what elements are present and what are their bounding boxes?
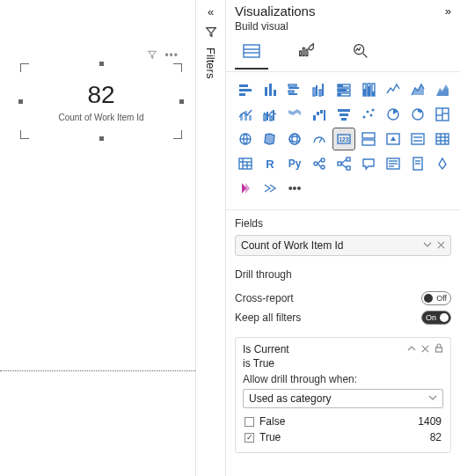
viz-stacked-col[interactable] (259, 79, 281, 100)
viz-key-influencers[interactable] (309, 153, 330, 174)
filter-value-row[interactable]: False1409 (243, 414, 443, 429)
svg-rect-31 (368, 86, 370, 96)
viz-area[interactable] (407, 79, 428, 100)
cross-report-toggle[interactable]: Off (421, 291, 451, 305)
svg-line-90 (341, 159, 347, 164)
keep-all-filters-toggle[interactable]: On (421, 311, 451, 325)
viz-line[interactable] (383, 79, 404, 100)
report-canvas[interactable]: ••• 82 Count of Work Item Id (0, 0, 195, 476)
field-well[interactable]: Count of Work Item Id (235, 235, 451, 256)
filter-icon[interactable] (147, 49, 157, 63)
viz-stacked-area[interactable] (432, 79, 453, 100)
viz-line-clustered-col[interactable] (259, 104, 281, 125)
chevron-down-icon[interactable] (423, 239, 432, 252)
svg-rect-18 (313, 88, 315, 96)
viz-map[interactable] (235, 128, 256, 150)
viz-slicer[interactable] (407, 128, 428, 150)
svg-rect-45 (338, 109, 350, 112)
viz-donut[interactable] (407, 104, 428, 125)
viz-gauge[interactable] (309, 128, 330, 150)
viz-paginated[interactable] (407, 153, 428, 174)
svg-point-84 (321, 165, 325, 169)
viz-clustered-bar[interactable] (284, 79, 305, 100)
tab-build-visual[interactable] (237, 36, 267, 66)
visualizations-pane: Visualizations » Build visual 123RPy••• … (225, 0, 460, 476)
viz-line-stacked-col[interactable] (235, 104, 256, 125)
viz-multi-row[interactable] (358, 128, 379, 150)
svg-rect-21 (322, 84, 324, 96)
viz-kpi[interactable] (383, 128, 404, 150)
remove-filter-icon[interactable] (421, 343, 429, 355)
more-options-icon[interactable]: ••• (164, 49, 179, 63)
drill-field-condition: is True (243, 357, 443, 370)
viz-funnel[interactable] (333, 104, 354, 125)
viz-matrix[interactable] (235, 153, 256, 174)
remove-field-icon[interactable] (437, 239, 445, 252)
expand-icon[interactable]: » (445, 4, 451, 18)
checkbox-icon[interactable] (245, 417, 254, 427)
viz-decomp-tree[interactable] (333, 153, 354, 174)
lock-icon[interactable] (434, 343, 443, 355)
svg-rect-16 (288, 91, 294, 92)
svg-rect-12 (269, 84, 272, 96)
drill-mode-select[interactable]: Used as category (243, 389, 443, 408)
svg-rect-8 (239, 84, 248, 87)
viz-pie[interactable] (383, 104, 404, 125)
panel-title: Visualizations (235, 4, 315, 18)
collapse-icon[interactable]: « (208, 5, 214, 18)
viz-filled-map[interactable] (259, 128, 281, 150)
svg-rect-37 (264, 114, 266, 121)
filters-label: Filters (204, 48, 217, 78)
svg-rect-25 (338, 89, 347, 92)
tab-analytics[interactable] (346, 36, 376, 66)
svg-rect-99 (436, 348, 442, 352)
svg-rect-14 (288, 84, 296, 86)
filters-icon[interactable] (205, 26, 217, 40)
viz-more-visuals[interactable]: ••• (284, 178, 305, 199)
resize-handle[interactable] (99, 62, 104, 66)
filter-value-count: 82 (430, 431, 442, 443)
viz-qna[interactable] (358, 153, 379, 174)
checkbox-icon[interactable]: ✓ (245, 433, 254, 443)
card-visual[interactable]: ••• 82 Count of Work Item Id (20, 63, 182, 139)
svg-rect-33 (372, 92, 375, 96)
viz-stacked-col-100[interactable] (358, 79, 379, 100)
svg-line-7 (363, 54, 368, 58)
viz-card[interactable]: 123 (333, 128, 354, 150)
viz-treemap[interactable] (432, 104, 453, 125)
viz-table[interactable] (432, 128, 453, 150)
svg-rect-47 (341, 118, 347, 121)
svg-line-85 (318, 160, 321, 164)
svg-rect-5 (306, 49, 308, 55)
resize-handle[interactable] (99, 136, 104, 141)
filters-pane-collapsed[interactable]: « Filters (195, 0, 225, 476)
viz-scatter[interactable] (358, 104, 379, 125)
filter-value-row[interactable]: ✓True82 (243, 429, 443, 445)
viz-waterfall[interactable] (309, 104, 330, 125)
svg-rect-87 (338, 162, 341, 165)
viz-clustered-col[interactable] (309, 79, 330, 100)
svg-text:123: 123 (339, 136, 349, 143)
viz-powerapps[interactable] (235, 178, 256, 199)
svg-rect-40 (273, 110, 274, 121)
viz-globe[interactable] (284, 128, 305, 150)
viz-r-visual[interactable]: R (259, 153, 281, 174)
svg-rect-77 (239, 158, 252, 169)
svg-point-82 (314, 162, 318, 165)
viz-powerautomate[interactable] (259, 178, 281, 199)
chevron-up-icon[interactable] (407, 343, 416, 355)
card-value: 82 (87, 81, 114, 109)
tab-format-visual[interactable] (291, 36, 321, 66)
viz-arcgis[interactable] (432, 153, 453, 174)
viz-ribbon[interactable] (284, 104, 305, 125)
resize-handle[interactable] (18, 99, 23, 104)
viz-py-visual[interactable]: Py (284, 153, 305, 174)
svg-line-91 (341, 164, 347, 168)
chevron-down-icon (428, 392, 437, 405)
svg-rect-89 (347, 166, 350, 170)
viz-narrative[interactable] (383, 153, 404, 174)
resize-handle[interactable] (179, 99, 184, 104)
viz-stacked-bar-100[interactable] (333, 79, 354, 100)
svg-rect-67 (362, 140, 375, 145)
viz-stacked-bar[interactable] (235, 79, 256, 100)
